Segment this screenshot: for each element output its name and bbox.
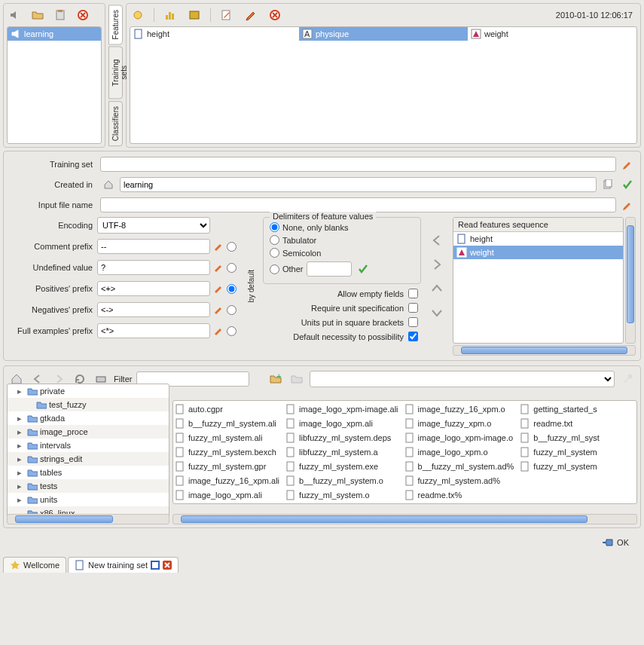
paste-icon[interactable] [52,7,69,23]
file-item[interactable]: b__fuzzy_ml_system.o [285,474,398,488]
file-item[interactable]: libfuzzy_ml_system.a [285,445,398,459]
file-item[interactable]: image_logo_xpm.o [404,445,514,459]
delim-semi[interactable]: Semicolon [270,248,414,258]
file-item[interactable]: b__fuzzy_ml_system.ali [175,417,279,430]
positives-default-radio[interactable] [227,284,237,294]
project-item[interactable]: learning [8,27,101,41]
arrow-left-icon[interactable] [429,232,445,249]
tree-row[interactable]: ▸gtkada [8,411,169,425]
folder-open-icon[interactable] [29,7,46,23]
delim-other-input[interactable] [307,261,352,277]
chart-icon[interactable] [162,7,179,23]
window-icon[interactable] [151,561,160,570]
require-unit-check[interactable]: Require unit specification [263,303,421,313]
file-item[interactable]: fuzzy_ml_system.exe [285,460,398,473]
vtab-training-sets[interactable]: Training sets [108,46,123,99]
file-item[interactable]: fuzzy_ml_system [520,445,599,459]
pencil-icon[interactable] [243,7,259,23]
file-item[interactable]: image_logo_xpm-image.ali [285,402,398,416]
full-default-radio[interactable] [227,326,237,336]
file-item[interactable]: auto.cgpr [175,402,279,416]
tree-row[interactable]: ▸strings_edit [8,452,169,466]
feature-height[interactable]: height [130,27,299,41]
edit-training-set-icon[interactable] [619,156,636,173]
delim-tab[interactable]: Tabulator [270,235,414,245]
edit-undefined-icon[interactable] [210,259,227,276]
seq-vscroll[interactable] [625,217,636,344]
files-hscroll[interactable] [172,514,637,524]
close-icon[interactable] [75,7,91,23]
edit-negatives-icon[interactable] [210,301,227,318]
close-tab-icon[interactable] [163,561,172,570]
tree-row[interactable]: ▸tests [8,479,169,493]
edit-positives-icon[interactable] [210,280,227,297]
speaker-icon[interactable] [7,7,23,23]
file-item[interactable]: readme.txt [520,417,599,430]
edit-full-icon[interactable] [210,322,227,339]
seq-weight[interactable]: weight [453,246,623,259]
file-item[interactable]: b__fuzzy_ml_system.ad% [404,460,514,473]
delim-none[interactable]: None, only blanks [270,222,414,232]
ok-button[interactable]: OK [596,534,635,551]
tab-new-training[interactable]: New training set [68,557,179,573]
tree-hscroll[interactable] [7,514,169,524]
file-item[interactable]: getting_started_s [520,402,599,416]
tree-row[interactable]: test_fuzzy [8,398,169,411]
file-item[interactable]: fuzzy_ml_system.bexch [175,445,279,459]
file-item[interactable]: fuzzy_ml_system.gpr [175,460,279,473]
seq-hscroll[interactable] [453,345,636,356]
file-item[interactable]: image_fuzzy_16_xpm.o [404,402,514,416]
units-brackets-check[interactable]: Units put in square brackets [263,317,421,327]
comment-prefix-input[interactable] [97,239,210,254]
light-icon[interactable] [130,7,146,23]
file-item[interactable]: image_fuzzy_xpm.o [404,417,514,430]
file-item[interactable]: b__fuzzy_ml_syst [520,431,599,445]
tree-row[interactable]: ▸units [8,493,169,506]
file-item[interactable]: readme.tx% [404,488,514,502]
tree-row[interactable]: ▸intervals [8,439,169,452]
positives-input[interactable] [97,281,210,296]
delim-other[interactable]: Other [270,264,304,274]
edit-icon[interactable] [218,7,235,23]
undefined-input[interactable] [97,260,210,275]
file-item[interactable]: fuzzy_ml_system.ad% [404,474,514,488]
home-icon[interactable] [100,176,117,193]
new-folder-icon[interactable]: + [267,371,284,387]
file-item[interactable]: image_fuzzy_16_xpm.ali [175,474,279,488]
full-input[interactable] [97,323,210,338]
file-item[interactable]: fuzzy_ml_system.o [285,488,398,502]
delete-icon[interactable] [267,7,283,23]
feature-physique[interactable]: A physique [299,27,468,41]
input-file-input[interactable] [100,197,616,212]
arrow-right-icon[interactable] [429,256,445,273]
path-select[interactable] [310,371,615,387]
training-set-input[interactable] [100,157,616,172]
folder-tree[interactable]: ▸privatetest_fuzzy▸gtkada▸image_proce▸in… [7,384,169,521]
file-item[interactable]: fuzzy_ml_system [520,460,599,473]
arrow-down-icon[interactable] [429,304,445,321]
film-icon[interactable] [186,7,203,23]
check-icon[interactable] [619,176,636,193]
file-item[interactable]: image_logo_xpm-image.o [404,431,514,445]
file-list[interactable]: auto.cgprb__fuzzy_ml_system.alifuzzy_ml_… [172,400,637,504]
arrow-up-icon[interactable] [429,280,445,297]
edit-input-file-icon[interactable] [619,197,636,213]
encoding-select[interactable]: UTF-8 [97,217,210,234]
undefined-default-radio[interactable] [227,263,237,273]
tree-row[interactable]: ▸tables [8,466,169,479]
negatives-input[interactable] [97,302,210,317]
folder-icon[interactable] [288,371,305,387]
created-in-input[interactable] [120,177,597,192]
seq-height[interactable]: height [453,232,623,246]
allow-empty-check[interactable]: Allow empty fields [263,289,421,298]
comment-default-radio[interactable] [227,242,237,252]
copy-icon[interactable] [600,176,616,193]
file-item[interactable]: image_logo_xpm.ali [285,417,398,430]
tab-wellcome[interactable]: Wellcome [3,557,66,573]
tree-row[interactable]: ▸private [8,384,169,398]
negatives-default-radio[interactable] [227,305,237,315]
feature-weight[interactable]: weight [468,27,636,41]
vtab-features[interactable]: Features [108,5,123,44]
file-item[interactable]: fuzzy_ml_system.ali [175,431,279,445]
file-item[interactable]: libfuzzy_ml_system.deps [285,431,398,445]
